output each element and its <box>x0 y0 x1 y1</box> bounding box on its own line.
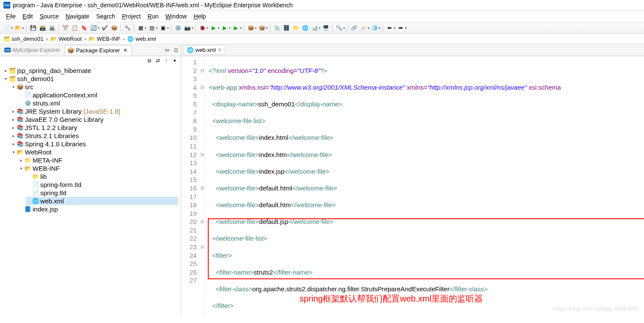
db-icon[interactable]: 🗄️ <box>282 24 291 32</box>
editor: 🌐 web.xml ✕ 12345 678910 1112131415 1617… <box>181 44 644 316</box>
tab-package-explorer[interactable]: 📦Package Explorer✕ <box>64 45 132 55</box>
tree-file[interactable]: 📄spring.tld <box>26 189 178 197</box>
refresh-icon[interactable]: 🔄 <box>89 24 98 32</box>
menu-window[interactable]: Window <box>162 12 190 21</box>
expand-icon[interactable]: ▸ <box>10 109 16 114</box>
run-last-icon[interactable]: ▶ <box>231 24 240 32</box>
back-icon[interactable]: ⬅ <box>385 24 394 32</box>
bc-webinf[interactable]: WEB-INF <box>97 36 120 42</box>
editor-tabs: 🌐 web.xml ✕ <box>181 44 644 56</box>
gear-icon[interactable]: ⚙️ <box>174 24 182 32</box>
code-content[interactable]: <?xml version="1.0" encoding="UTF-8"?> <… <box>205 56 644 316</box>
tree-file[interactable]: 📘index.jsp <box>18 205 178 213</box>
tree-project[interactable]: ▸🗂️jsp_spring_dao_hibernate <box>3 66 178 75</box>
server-icon[interactable]: 🖥️ <box>321 24 330 32</box>
camera-icon[interactable]: 📷 <box>183 24 192 32</box>
bc-file[interactable]: web.xml <box>135 36 156 42</box>
menu-search[interactable]: Search <box>93 12 118 21</box>
expand-icon[interactable]: ▸ <box>10 117 16 122</box>
print-icon[interactable]: 🖨️ <box>48 24 56 32</box>
collapse-icon[interactable]: ▾ <box>10 150 16 154</box>
wand-icon[interactable]: 🪄 <box>359 24 368 32</box>
tree-folder[interactable]: ▸📁META-INF <box>18 156 178 164</box>
tree-library[interactable]: ▸📚JRE System Library [JavaSE-1.8] <box>10 107 178 115</box>
table-icon[interactable]: ▤ <box>147 24 156 32</box>
package-icon[interactable]: 📦 <box>246 24 255 32</box>
run-ext-icon[interactable]: ▶ <box>220 24 229 32</box>
tree-library[interactable]: ▸📚JSTL 1.2.2 Library <box>10 124 178 132</box>
bc-project[interactable]: ssh_demo01 <box>12 36 43 42</box>
menu-project[interactable]: Project <box>119 12 144 21</box>
copy-icon[interactable]: 📋 <box>70 24 79 32</box>
open-icon[interactable]: 📂 <box>14 24 22 32</box>
expand-icon[interactable]: ▸ <box>10 142 16 146</box>
grid-icon[interactable]: ▦ <box>136 24 145 32</box>
chart-icon[interactable]: 📊 <box>310 24 319 32</box>
attach-icon[interactable]: 📎 <box>273 24 281 32</box>
bookmark-icon[interactable]: 🔖 <box>80 24 88 32</box>
maximize-icon[interactable]: ◻ <box>172 47 179 54</box>
expand-icon[interactable]: ▸ <box>10 125 16 130</box>
tree-library[interactable]: ▸📚JavaEE 7.0 Generic Library <box>10 115 178 124</box>
tree-library[interactable]: ▸📚Struts 2.1 Libraries <box>10 132 178 140</box>
sidebar-tabs: meMyEclipse Explorer 📦Package Explorer✕ … <box>0 44 181 56</box>
minimize-icon[interactable]: ▭ <box>164 47 171 54</box>
menu-run[interactable]: Run <box>144 12 162 21</box>
tree-folder[interactable]: 📁lib <box>26 172 178 181</box>
close-icon[interactable]: ✕ <box>218 47 222 53</box>
new-icon[interactable]: 📄 <box>3 24 11 32</box>
folder-icon[interactable]: 📁 <box>291 24 300 32</box>
cut-icon[interactable]: ✂️ <box>61 24 69 32</box>
collapse-all-icon[interactable]: ⊟ <box>146 57 153 64</box>
tree-file[interactable]: 📄spring-form.tld <box>26 181 178 189</box>
collapse-icon[interactable]: ▾ <box>3 76 9 81</box>
tree-file[interactable]: 📄applicationContext.xml <box>18 91 178 99</box>
package2-icon[interactable]: 📦 <box>258 24 266 32</box>
tree-folder[interactable]: ▾📂WebRoot <box>10 148 178 156</box>
menu-icon[interactable]: ▾ <box>171 57 178 64</box>
code-area[interactable]: 12345 678910 1112131415 1617181920 21222… <box>181 56 644 316</box>
close-icon[interactable]: ✕ <box>122 47 129 54</box>
editor-tab-webxml[interactable]: 🌐 web.xml ✕ <box>183 45 225 55</box>
expand-icon[interactable]: ▸ <box>18 158 24 163</box>
validate-icon[interactable]: ✔️ <box>100 24 109 32</box>
link-icon[interactable]: 🔗 <box>350 24 358 32</box>
tab-myeclipse-explorer[interactable]: meMyEclipse Explorer <box>2 45 63 54</box>
menu-help[interactable]: Help <box>190 12 210 21</box>
menu-source[interactable]: Source <box>36 12 62 21</box>
filter-icon[interactable]: ⁝ <box>163 57 170 64</box>
search-icon[interactable]: 🔍 <box>335 24 343 32</box>
build-icon[interactable]: 🔨 <box>123 24 132 32</box>
tree-file[interactable]: ⚙️struts.xml <box>18 99 178 107</box>
menu-edit[interactable]: Edit <box>19 12 36 21</box>
box-icon[interactable]: 📦 <box>110 24 118 32</box>
folder-icon: 📂 <box>51 36 57 42</box>
tree-project[interactable]: ▾🗂️ssh_demo01 <box>3 75 178 83</box>
collapse-icon[interactable]: ▾ <box>18 166 24 171</box>
collapse-icon[interactable]: ▾ <box>10 85 16 89</box>
xml-icon: 🌐 <box>127 36 134 42</box>
bc-webroot[interactable]: WebRoot <box>59 36 82 42</box>
tree-src[interactable]: ▾📦src <box>10 83 178 91</box>
tab-label: web.xml <box>195 47 216 53</box>
globe-icon[interactable]: 🌐 <box>301 24 309 32</box>
layout-icon[interactable]: ▣ <box>159 24 167 32</box>
run-icon[interactable]: ▶ <box>209 24 218 32</box>
cube-icon[interactable]: 🧊 <box>370 24 379 32</box>
menu-file[interactable]: File <box>3 12 19 21</box>
expand-icon[interactable]: ▸ <box>10 133 16 138</box>
tree-library[interactable]: ▸📚Spring 4.1.0 Libraries <box>10 140 178 148</box>
breadcrumb: 🗂️ ssh_demo01 › 📂 WebRoot › 📂 WEB-INF › … <box>0 34 644 44</box>
expand-icon[interactable]: ▸ <box>3 68 9 73</box>
forward-icon[interactable]: ➡ <box>396 24 405 32</box>
save-icon[interactable]: 💾 <box>29 24 37 32</box>
tree-folder[interactable]: ▾📂WEB-INF <box>18 164 178 172</box>
link-editor-icon[interactable]: ⇄ <box>154 57 161 64</box>
debug-icon[interactable]: 🐞 <box>198 24 207 32</box>
save-all-icon[interactable]: 🗃️ <box>38 24 47 32</box>
menu-navigate[interactable]: Navigate <box>62 12 93 21</box>
chevron-right-icon: › <box>84 36 87 42</box>
app-icon: me <box>3 2 10 9</box>
project-icon: 🗂️ <box>3 36 10 42</box>
tree-file-webxml[interactable]: 🌐web.xml <box>26 197 178 205</box>
